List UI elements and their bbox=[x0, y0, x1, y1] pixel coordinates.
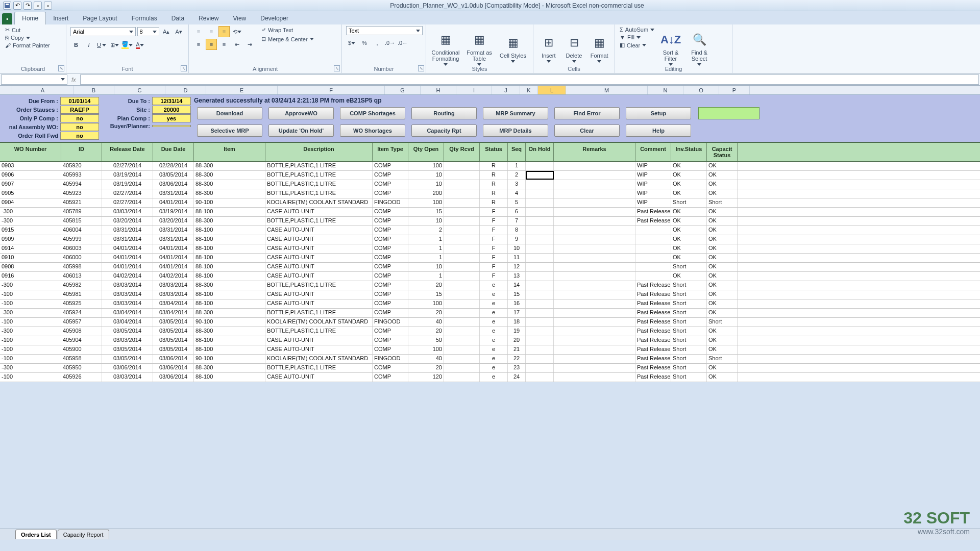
table-cell[interactable]: OK bbox=[707, 336, 738, 345]
table-cell[interactable]: 405815 bbox=[61, 217, 102, 226]
save-icon[interactable] bbox=[3, 2, 11, 10]
table-cell[interactable]: Past Release bbox=[635, 217, 671, 226]
table-cell[interactable]: e bbox=[480, 364, 508, 372]
table-cell[interactable]: Short bbox=[671, 318, 707, 327]
table-cell[interactable] bbox=[635, 272, 671, 281]
table-header[interactable]: Inv.Status bbox=[671, 143, 707, 161]
table-cell[interactable]: 88-300 bbox=[194, 309, 265, 317]
table-cell[interactable] bbox=[444, 263, 480, 271]
table-cell[interactable]: 50 bbox=[408, 336, 444, 345]
table-cell[interactable]: 03/03/2014 bbox=[153, 290, 194, 299]
col-header[interactable]: G bbox=[385, 86, 421, 94]
table-cell[interactable]: 405981 bbox=[61, 290, 102, 299]
cell-styles-button[interactable]: ▦Cell Styles bbox=[498, 26, 528, 71]
table-cell[interactable]: 8 bbox=[508, 226, 526, 235]
table-cell[interactable]: 88-100 bbox=[194, 290, 265, 299]
table-cell[interactable]: 405958 bbox=[61, 355, 102, 363]
table-cell[interactable]: 88-300 bbox=[194, 364, 265, 372]
find-select-button[interactable]: 🔍Find & Select bbox=[687, 26, 712, 71]
table-cell[interactable] bbox=[554, 364, 635, 372]
table-cell[interactable]: F bbox=[480, 235, 508, 244]
table-cell[interactable]: BOTTLE,PLASTIC,1 LITRE bbox=[265, 281, 373, 290]
help-button[interactable]: Help bbox=[626, 124, 691, 137]
table-cell[interactable]: Past Release bbox=[635, 336, 671, 345]
bold-button[interactable]: B bbox=[70, 39, 82, 51]
table-cell[interactable]: 405950 bbox=[61, 364, 102, 372]
table-cell[interactable]: 6 bbox=[508, 208, 526, 216]
routing-button[interactable]: Routing bbox=[411, 107, 477, 119]
table-cell[interactable]: OK bbox=[707, 299, 738, 308]
table-cell[interactable]: OK bbox=[671, 162, 707, 170]
col-header[interactable]: I bbox=[456, 86, 492, 94]
table-cell[interactable]: e bbox=[480, 336, 508, 345]
table-cell[interactable]: 405921 bbox=[61, 198, 102, 207]
table-cell[interactable]: OK bbox=[671, 171, 707, 180]
table-cell[interactable]: 88-300 bbox=[194, 180, 265, 189]
table-cell[interactable]: 04/02/2014 bbox=[102, 272, 153, 281]
table-cell[interactable]: CASE,AUTO-UNIT bbox=[265, 208, 373, 216]
table-cell[interactable] bbox=[554, 355, 635, 363]
table-cell[interactable]: OK bbox=[707, 364, 738, 372]
table-cell[interactable]: e bbox=[480, 345, 508, 354]
table-cell[interactable] bbox=[554, 327, 635, 336]
table-cell[interactable]: 1 bbox=[408, 244, 444, 253]
table-cell[interactable]: 120 bbox=[408, 373, 444, 382]
table-cell[interactable]: COMP bbox=[373, 208, 408, 216]
table-cell[interactable]: OK bbox=[671, 235, 707, 244]
table-cell[interactable]: 405999 bbox=[61, 235, 102, 244]
table-cell[interactable]: 405904 bbox=[61, 336, 102, 345]
table-header[interactable]: Description bbox=[265, 143, 373, 161]
table-cell[interactable]: OK bbox=[707, 244, 738, 253]
table-cell[interactable]: 02/27/2014 bbox=[102, 189, 153, 198]
table-cell[interactable]: COMP bbox=[373, 217, 408, 226]
table-cell[interactable]: 88-100 bbox=[194, 299, 265, 308]
border-button[interactable]: ⊞ bbox=[109, 39, 120, 51]
fill-button[interactable]: ▼Fill bbox=[619, 34, 655, 41]
table-cell[interactable]: 5 bbox=[508, 198, 526, 207]
table-cell[interactable]: -100 bbox=[0, 318, 61, 327]
table-cell[interactable]: F bbox=[480, 244, 508, 253]
number-format-combo[interactable]: Text bbox=[346, 26, 423, 35]
table-cell[interactable] bbox=[554, 281, 635, 290]
table-cell[interactable]: OK bbox=[707, 217, 738, 226]
table-cell[interactable]: 03/20/2014 bbox=[153, 217, 194, 226]
table-cell[interactable]: Past Release bbox=[635, 327, 671, 336]
table-cell[interactable]: COMP bbox=[373, 281, 408, 290]
table-cell[interactable]: 0909 bbox=[0, 235, 61, 244]
table-cell[interactable]: CASE,AUTO-UNIT bbox=[265, 299, 373, 308]
table-cell[interactable]: 03/03/2014 bbox=[102, 290, 153, 299]
table-header[interactable]: Item Type bbox=[373, 143, 408, 161]
table-cell[interactable]: e bbox=[480, 309, 508, 317]
table-cell[interactable]: 03/03/2014 bbox=[102, 299, 153, 308]
comp-shortages-button[interactable]: COMP Shortages bbox=[340, 107, 405, 119]
table-cell[interactable]: 03/04/2014 bbox=[153, 299, 194, 308]
table-cell[interactable]: e bbox=[480, 327, 508, 336]
table-cell[interactable]: R bbox=[480, 198, 508, 207]
table-cell[interactable]: -300 bbox=[0, 327, 61, 336]
order-roll-value[interactable]: no bbox=[60, 132, 99, 140]
table-cell[interactable]: 03/20/2014 bbox=[102, 217, 153, 226]
tab-review[interactable]: Review bbox=[191, 12, 226, 24]
table-cell[interactable] bbox=[444, 309, 480, 317]
tab-view[interactable]: View bbox=[226, 12, 253, 24]
table-cell[interactable]: 04/01/2014 bbox=[102, 263, 153, 271]
table-header[interactable]: Status bbox=[480, 143, 508, 161]
table-cell[interactable]: CASE,AUTO-UNIT bbox=[265, 226, 373, 235]
table-cell[interactable]: OK bbox=[671, 208, 707, 216]
table-cell[interactable]: WIP bbox=[635, 180, 671, 189]
table-cell[interactable]: 90-100 bbox=[194, 198, 265, 207]
table-cell[interactable]: 03/05/2014 bbox=[153, 318, 194, 327]
format-as-table-button[interactable]: ▦Format as Table bbox=[464, 26, 495, 71]
table-cell[interactable]: 03/31/2014 bbox=[102, 235, 153, 244]
table-cell[interactable]: 88-300 bbox=[194, 281, 265, 290]
table-cell[interactable]: 20 bbox=[408, 327, 444, 336]
table-cell[interactable]: Short bbox=[671, 336, 707, 345]
fill-color-button[interactable]: 🪣 bbox=[121, 39, 133, 51]
table-cell[interactable] bbox=[554, 272, 635, 281]
autosum-button[interactable]: ΣAutoSum bbox=[619, 26, 655, 33]
align-middle-icon[interactable]: ≡ bbox=[206, 26, 217, 37]
table-cell[interactable]: 4 bbox=[508, 189, 526, 198]
table-header[interactable]: ID bbox=[61, 143, 102, 161]
table-cell[interactable] bbox=[444, 299, 480, 308]
table-cell[interactable]: 03/31/2014 bbox=[153, 226, 194, 235]
